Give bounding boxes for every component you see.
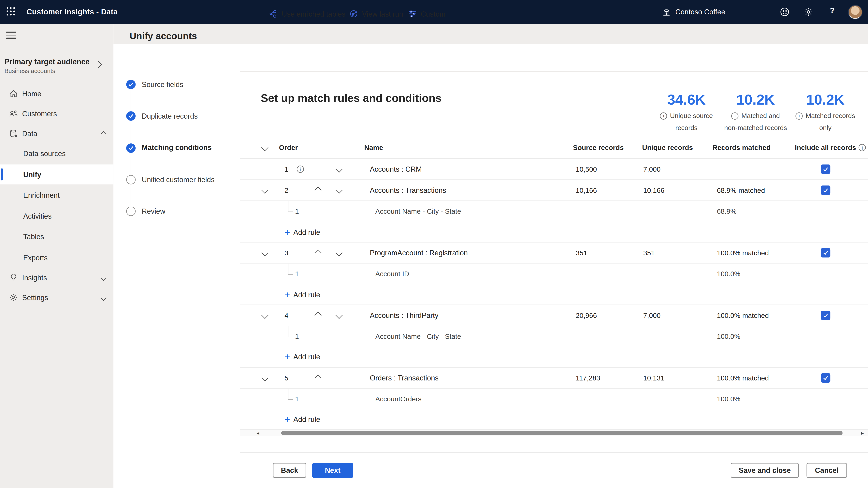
user-avatar[interactable] <box>848 5 863 19</box>
sidebar-item-enrichment[interactable]: Enrichment <box>0 185 114 205</box>
step-unified-customer-fields-circle[interactable] <box>126 175 136 184</box>
table-row[interactable]: 3 ProgramAccount : Registration 351 351 … <box>240 243 868 264</box>
add-rule-button[interactable]: + Add rule <box>284 347 320 367</box>
scrollbar-thumb[interactable] <box>281 431 842 435</box>
sidebar-item-tables[interactable]: Tables <box>0 226 114 246</box>
table-row[interactable]: 2 Accounts : Transactions 10,166 10,166 … <box>240 180 868 201</box>
move-down-icon[interactable] <box>336 312 343 319</box>
move-down-icon[interactable] <box>336 249 343 256</box>
environment-building-icon <box>662 7 671 17</box>
rule-row[interactable]: 1 AccountOrders 100.0% <box>240 389 868 410</box>
sidebar-item-home[interactable]: Home <box>0 84 114 103</box>
row-unique-records: 7,000 <box>643 159 661 179</box>
rule-row[interactable]: 1 Account Name - City - State 100.0% <box>240 326 868 347</box>
row-unique-records: 10,131 <box>643 368 664 388</box>
include-all-records-checkbox[interactable] <box>821 373 830 383</box>
move-up-icon[interactable] <box>314 312 321 319</box>
info-icon[interactable]: i <box>732 112 739 119</box>
rule-row[interactable]: 1 Account ID 100.0% <box>240 264 868 285</box>
step-source-fields-check-icon[interactable] <box>126 80 136 89</box>
sidebar-item-settings[interactable]: Settings <box>0 287 114 307</box>
step-review[interactable]: Review <box>142 207 165 215</box>
environment-picker[interactable]: Contoso Coffee <box>662 0 725 24</box>
page-header-strip <box>114 24 868 44</box>
step-source-fields[interactable]: Source fields <box>142 80 183 89</box>
step-matching-conditions-check-icon[interactable] <box>126 144 136 153</box>
move-up-icon[interactable] <box>314 187 321 194</box>
back-button[interactable]: Back <box>273 463 306 478</box>
sidebar-item-exports[interactable]: Exports <box>0 247 114 267</box>
app-launcher-waffle-icon[interactable] <box>7 7 16 17</box>
scroll-left-icon[interactable]: ◄ <box>256 430 260 436</box>
info-icon[interactable]: i <box>796 112 803 119</box>
move-down-icon[interactable] <box>336 165 343 173</box>
view-last-run-button[interactable]: View last run <box>349 0 403 28</box>
sliders-icon <box>408 9 417 18</box>
plus-icon: + <box>284 352 290 362</box>
scroll-right-icon[interactable]: ► <box>860 430 865 436</box>
settings-gear-icon[interactable] <box>804 7 813 17</box>
add-rule-label: Add rule <box>293 415 320 423</box>
include-all-records-checkbox[interactable] <box>821 311 830 320</box>
row-records-matched: 100.0% matched <box>717 305 769 326</box>
add-rule-button[interactable]: + Add rule <box>284 222 320 242</box>
row-source-records: 117,283 <box>576 368 600 388</box>
expand-row-chevron-icon[interactable] <box>261 187 269 194</box>
plus-icon: + <box>284 290 290 299</box>
horizontal-scrollbar[interactable]: ◄ ► <box>240 430 868 436</box>
hamburger-menu-icon[interactable] <box>6 32 16 39</box>
step-matching-conditions[interactable]: Matching conditions <box>142 144 212 152</box>
sidebar-item-activities[interactable]: Activities <box>0 206 114 226</box>
add-rule-button[interactable]: + Add rule <box>284 284 320 304</box>
custom-button[interactable]: Custom <box>408 0 445 28</box>
sidebar-item-label: Insights <box>22 273 47 282</box>
step-review-circle[interactable] <box>126 207 136 216</box>
step-duplicate-records-check-icon[interactable] <box>126 111 136 121</box>
page-title: Unify accounts <box>130 31 197 42</box>
info-icon[interactable]: i <box>297 165 304 173</box>
help-icon[interactable]: ? <box>830 6 835 15</box>
rule-row[interactable]: 1 Account Name - City - State 68.9% <box>240 201 868 222</box>
lightbulb-icon <box>8 273 18 282</box>
add-rule-row: + Add rule <box>240 222 868 243</box>
table-row[interactable]: 5 Orders : Transactions 117,283 10,131 1… <box>240 368 868 389</box>
header-include-all-records: Include all records <box>795 137 856 158</box>
next-button[interactable]: Next <box>312 463 353 478</box>
audience-subtitle: Business accounts <box>4 67 55 74</box>
info-icon[interactable]: i <box>660 112 667 119</box>
feedback-smiley-icon[interactable] <box>780 7 789 17</box>
database-icon <box>8 129 18 138</box>
row-table-name: Accounts : ThirdParty <box>370 305 438 326</box>
add-rule-button[interactable]: + Add rule <box>284 409 320 429</box>
use-enriched-tables-button[interactable]: Use enriched tables <box>269 0 345 28</box>
info-icon[interactable]: i <box>859 144 866 151</box>
sidebar-item-customers[interactable]: Customers <box>0 103 114 124</box>
include-all-records-checkbox[interactable] <box>821 164 830 174</box>
save-and-close-button[interactable]: Save and close <box>731 463 799 478</box>
move-down-icon[interactable] <box>336 187 343 194</box>
sidebar-item-data-sources[interactable]: Data sources <box>0 144 114 163</box>
sidebar-item-insights[interactable]: Insights <box>0 267 114 287</box>
include-all-records-checkbox[interactable] <box>821 185 830 195</box>
home-icon <box>8 89 18 98</box>
row-records-matched: 68.9% matched <box>717 180 765 201</box>
expand-row-chevron-icon[interactable] <box>261 312 269 319</box>
sidebar-item-label: Home <box>22 89 41 98</box>
sidebar-item-unify[interactable]: Unify <box>0 164 114 184</box>
table-row[interactable]: 1 i Accounts : CRM 10,500 7,000 <box>240 159 868 180</box>
row-source-records: 20,966 <box>576 305 597 326</box>
row-source-records: 351 <box>576 243 587 263</box>
step-unified-customer-fields[interactable]: Unified customer fields <box>142 176 214 184</box>
move-up-icon[interactable] <box>314 374 321 382</box>
table-row[interactable]: 4 Accounts : ThirdParty 20,966 7,000 100… <box>240 305 868 326</box>
move-up-icon[interactable] <box>314 249 321 256</box>
step-duplicate-records[interactable]: Duplicate records <box>142 112 198 120</box>
sidebar-item-data[interactable]: Data <box>0 124 114 144</box>
expand-row-chevron-icon[interactable] <box>261 374 269 382</box>
collapse-all-chevron-icon[interactable] <box>261 144 269 151</box>
gear-icon <box>8 293 18 302</box>
cancel-button[interactable]: Cancel <box>807 463 847 478</box>
include-all-records-checkbox[interactable] <box>821 248 830 257</box>
expand-row-chevron-icon[interactable] <box>261 249 269 256</box>
rule-name: AccountOrders <box>375 389 422 410</box>
